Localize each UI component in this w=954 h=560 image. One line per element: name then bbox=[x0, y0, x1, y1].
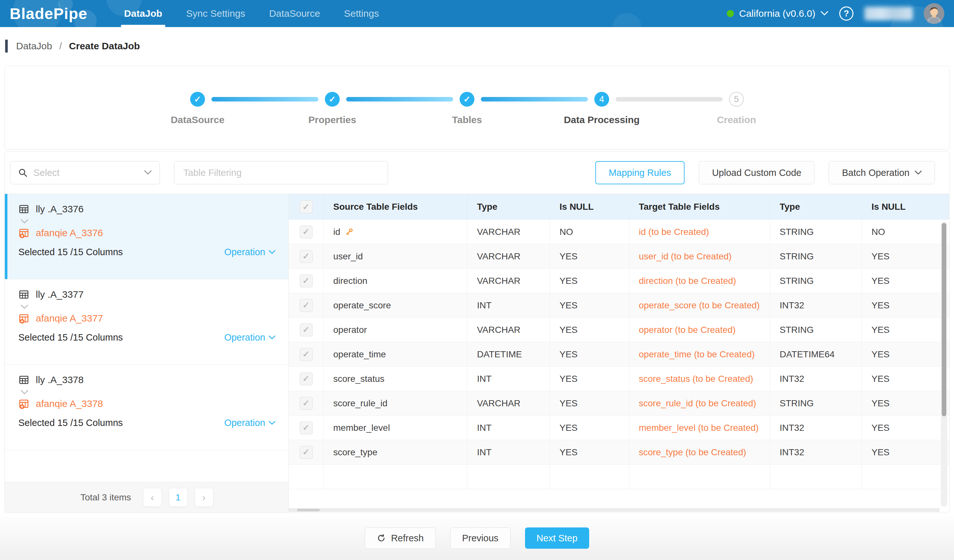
row-checkbox[interactable]: ✓ bbox=[300, 422, 313, 434]
source-field-nullable: YES bbox=[550, 269, 629, 293]
source-field-nullable: NO bbox=[550, 220, 629, 244]
select-placeholder: Select bbox=[34, 168, 138, 178]
vertical-scrollbar bbox=[941, 222, 947, 507]
stepper-card: ✓ DataSource ✓ Properties ✓ Tables 4 Dat… bbox=[5, 66, 949, 149]
source-table-icon bbox=[19, 289, 29, 300]
row-checkbox[interactable]: ✓ bbox=[300, 299, 313, 312]
avatar[interactable] bbox=[924, 3, 944, 24]
nav-menu: DataJob Sync Settings DataSource Setting… bbox=[123, 0, 380, 27]
next-step-button[interactable]: Next Step bbox=[525, 527, 589, 549]
row-checkbox[interactable]: ✓ bbox=[300, 250, 313, 263]
target-field-type: STRING bbox=[770, 318, 862, 342]
upload-custom-code-button[interactable]: Upload Custom Code bbox=[699, 161, 814, 184]
header-source-fields: Source Table Fields bbox=[324, 194, 467, 220]
table-filtering-input[interactable] bbox=[174, 161, 388, 184]
data-processing-card: Select Mapping Rules Upload Custom Code … bbox=[5, 151, 949, 513]
toolbar: Select Mapping Rules Upload Custom Code … bbox=[5, 152, 949, 194]
top-navbar: BladePipe DataJob Sync Settings DataSour… bbox=[0, 0, 954, 27]
target-field-type bbox=[770, 465, 862, 489]
header-target-type: Type bbox=[770, 194, 862, 220]
region-label: California (v0.6.0) bbox=[739, 8, 815, 19]
refresh-button[interactable]: Refresh bbox=[365, 527, 436, 549]
operation-link[interactable]: Operation bbox=[224, 332, 276, 343]
select-all-checkbox[interactable]: ✓ bbox=[300, 201, 313, 213]
row-checkbox[interactable]: ✓ bbox=[300, 446, 313, 459]
target-field-type: STRING bbox=[770, 220, 862, 244]
target-field-nullable: YES bbox=[862, 244, 949, 268]
target-field-name[interactable]: operate_score (to be Created) bbox=[629, 293, 770, 317]
target-field-nullable: YES bbox=[862, 440, 949, 464]
row-checkbox[interactable]: ✓ bbox=[300, 324, 313, 336]
row-checkbox[interactable]: ✓ bbox=[300, 372, 313, 385]
chevron-down-icon bbox=[268, 250, 276, 255]
target-field-name[interactable]: user_id (to be Created) bbox=[629, 244, 770, 268]
operation-link[interactable]: Operation bbox=[224, 247, 276, 257]
filter-type-select[interactable]: Select bbox=[10, 161, 160, 184]
source-field-nullable: YES bbox=[550, 318, 629, 342]
target-field-name[interactable]: id (to be Created) bbox=[629, 220, 770, 244]
vertical-scrollbar-thumb[interactable] bbox=[942, 223, 946, 416]
target-field-name[interactable]: score_type (to be Created) bbox=[629, 440, 770, 464]
region-selector[interactable]: California (v0.6.0) bbox=[727, 8, 828, 19]
chevron-down-icon bbox=[268, 335, 276, 340]
breadcrumb-separator: / bbox=[59, 40, 62, 51]
target-field-name[interactable]: direction (to be Created) bbox=[629, 269, 770, 293]
target-field-nullable: YES bbox=[862, 318, 949, 342]
table-row: ✓ operate_time DATETIME YES operate_time… bbox=[289, 342, 949, 367]
nav-item-sync-settings[interactable]: Sync Settings bbox=[185, 0, 246, 27]
decor-bubble bbox=[613, 13, 641, 27]
target-field-nullable: YES bbox=[862, 367, 949, 391]
source-field-name: operate_time bbox=[333, 348, 386, 361]
breadcrumb-parent[interactable]: DataJob bbox=[16, 40, 52, 51]
row-checkbox[interactable]: ✓ bbox=[300, 348, 313, 361]
step-label: Data Processing bbox=[537, 114, 666, 125]
nav-item-datasource[interactable]: DataSource bbox=[268, 0, 321, 27]
pagination-next-button[interactable]: › bbox=[195, 488, 213, 507]
horizontal-scrollbar-thumb[interactable] bbox=[297, 509, 320, 511]
operation-link[interactable]: Operation bbox=[224, 418, 276, 428]
chevron-down-icon[interactable] bbox=[20, 390, 29, 395]
help-icon[interactable]: ? bbox=[839, 6, 853, 20]
target-field-name[interactable]: score_rule_id (to be Created) bbox=[629, 391, 770, 415]
target-field-name[interactable]: operator (to be Created) bbox=[629, 318, 770, 342]
table-pair-item[interactable]: lly .A_3377 afanqie A_3377 Selected 15 /… bbox=[5, 279, 288, 365]
header-target-isnull: Is NULL bbox=[862, 194, 949, 220]
table-row: ✓ member_level INT YES member_level (to … bbox=[289, 416, 949, 440]
chevron-down-icon[interactable] bbox=[20, 305, 29, 310]
total-items-label: Total 3 items bbox=[80, 492, 131, 502]
step-label: Creation bbox=[672, 114, 801, 125]
row-checkbox[interactable]: ✓ bbox=[300, 397, 313, 410]
table-pair-item[interactable]: lly .A_3376 afanqie A_3376 Selected 15 /… bbox=[5, 194, 288, 279]
source-field-name: operator bbox=[333, 323, 367, 337]
target-field-name[interactable]: operate_time (to be Created) bbox=[629, 342, 770, 366]
nav-item-label: DataJob bbox=[124, 8, 162, 19]
target-field-name[interactable]: score_status (to be Created) bbox=[629, 367, 770, 391]
chevron-down-icon bbox=[144, 170, 152, 175]
source-field-name: score_type bbox=[333, 446, 377, 459]
target-table-add-icon bbox=[19, 398, 29, 409]
source-field-type: VARCHAR bbox=[467, 244, 550, 268]
target-field-name[interactable] bbox=[629, 465, 770, 489]
target-field-type: INT32 bbox=[770, 416, 862, 440]
target-field-name[interactable]: member_level (to be Created) bbox=[629, 416, 770, 440]
operation-label: Operation bbox=[224, 247, 265, 257]
primary-key-icon bbox=[345, 227, 354, 236]
chevron-down-icon bbox=[915, 170, 922, 175]
previous-button[interactable]: Previous bbox=[450, 527, 511, 549]
row-checkbox[interactable]: ✓ bbox=[300, 275, 313, 288]
row-checkbox[interactable]: ✓ bbox=[300, 226, 313, 238]
mapping-rules-button[interactable]: Mapping Rules bbox=[595, 161, 684, 184]
table-pair-item[interactable]: lly .A_3378 afanqie A_3378 Selected 15 /… bbox=[5, 365, 288, 450]
pagination-page-1[interactable]: 1 bbox=[169, 488, 187, 507]
wizard-step: ✓ DataSource bbox=[190, 92, 205, 107]
chevron-down-icon[interactable] bbox=[20, 219, 29, 224]
nav-item-label: Sync Settings bbox=[186, 8, 245, 19]
app-logo: BladePipe bbox=[10, 5, 87, 23]
nav-item-settings[interactable]: Settings bbox=[343, 0, 380, 27]
step-circle: 5 bbox=[729, 92, 744, 107]
selected-columns-label: Selected 15 /15 Columns bbox=[19, 332, 123, 343]
batch-operation-button[interactable]: Batch Operation bbox=[829, 161, 935, 184]
target-field-type: INT32 bbox=[770, 367, 862, 391]
nav-item-datajob[interactable]: DataJob bbox=[123, 0, 164, 27]
pagination-prev-button[interactable]: ‹ bbox=[143, 488, 162, 507]
